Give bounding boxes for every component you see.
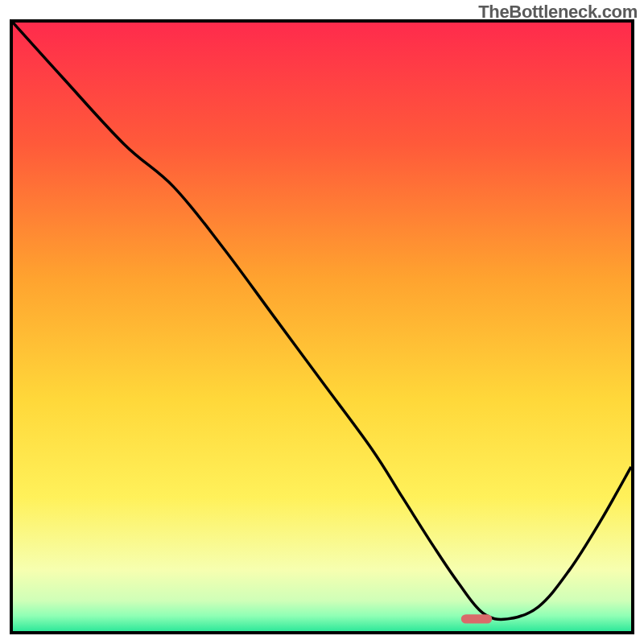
chart-frame [10, 19, 634, 634]
optimal-marker [461, 614, 492, 623]
chart-svg [13, 23, 631, 631]
chart-background [13, 23, 631, 631]
